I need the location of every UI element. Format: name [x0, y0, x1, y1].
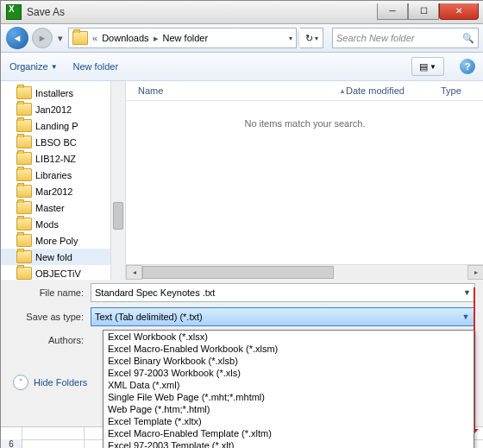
filename-dropdown-icon[interactable]: ▼ — [463, 288, 471, 297]
scroll-right-button[interactable]: ▸ — [467, 265, 483, 280]
folder-icon — [72, 31, 88, 45]
authors-label: Authors: — [9, 335, 84, 345]
tree-item-label: Mar2012 — [35, 186, 72, 197]
folder-icon — [16, 250, 32, 263]
refresh-button[interactable]: ↻▾ — [300, 28, 323, 48]
window-title: Save As — [27, 6, 377, 18]
folder-icon — [16, 168, 32, 181]
tree-item[interactable]: More Poly — [1, 232, 125, 249]
filetype-option[interactable]: Excel 97-2003 Template (*.xlt) — [104, 439, 474, 448]
tree-item-label: Jan2012 — [35, 104, 72, 115]
folder-icon — [16, 86, 32, 99]
filetype-option[interactable]: Excel Template (*.xltx) — [104, 415, 474, 427]
folder-icon — [16, 103, 32, 116]
crumb-downloads[interactable]: Downloads — [102, 33, 148, 43]
file-name-input[interactable]: Standard Spec Keynotes .txt ▼ — [91, 283, 475, 302]
tree-item[interactable]: Mar2012 — [1, 183, 125, 199]
tree-item[interactable]: LBSO BC — [1, 134, 125, 150]
save-as-type-value: Text (Tab delimited) (*.txt) — [95, 312, 203, 322]
filetype-option[interactable]: Excel Binary Workbook (*.xlsb) — [104, 355, 474, 367]
folder-icon — [16, 136, 32, 148]
tree-item-label: Mods — [35, 219, 59, 230]
col-date[interactable]: Date modified — [346, 85, 441, 96]
crumb-expand-icon[interactable]: ▾ — [289, 35, 292, 42]
folder-icon — [16, 201, 32, 214]
filetype-option[interactable]: XML Data (*.xml) — [104, 379, 474, 391]
row-header-6[interactable]: 6 — [1, 439, 22, 448]
tree-item[interactable]: Master — [1, 199, 125, 216]
hscroll-thumb[interactable] — [142, 266, 334, 279]
filetype-option[interactable]: Excel Macro-Enabled Template (*.xltm) — [104, 427, 474, 439]
crumb-newfolder[interactable]: New folder — [163, 33, 209, 43]
chevron-icon: « — [90, 33, 100, 43]
file-name-label: File name: — [9, 287, 84, 298]
nav-history-dropdown[interactable]: ▾ — [56, 33, 65, 44]
scroll-left-button[interactable]: ◂ — [126, 265, 142, 280]
tree-item-label: LIB12-NZ — [35, 154, 76, 164]
folder-icon — [16, 119, 32, 132]
filetype-option[interactable]: Web Page (*.htm;*.html) — [104, 403, 474, 415]
filetype-option[interactable]: Excel Workbook (*.xlsx) — [104, 331, 474, 343]
search-placeholder: Search New folder — [336, 33, 415, 43]
tree-item[interactable]: Landing P — [1, 117, 125, 134]
close-button[interactable]: ✕ — [439, 3, 479, 20]
column-headers[interactable]: Name ▲ Date modified Type — [126, 81, 483, 101]
tree-item[interactable]: OBJECTiV — [1, 265, 125, 280]
tree-item-label: LBSO BC — [35, 137, 77, 148]
new-folder-label: New folder — [73, 61, 119, 72]
new-folder-button[interactable]: New folder — [73, 61, 119, 72]
chevron-right-icon: ▸ — [151, 33, 161, 44]
folder-icon — [16, 234, 32, 247]
filetype-option[interactable]: Excel 97-2003 Workbook (*.xls) — [104, 367, 474, 379]
dropdown-icon: ▼ — [51, 63, 58, 71]
tree-item[interactable]: Mods — [1, 216, 125, 232]
folder-icon — [16, 152, 32, 165]
nav-forward-button[interactable]: ► — [32, 28, 53, 48]
save-as-type-label: Save as type: — [9, 312, 84, 322]
tree-item-label: Installers — [35, 88, 73, 98]
horizontal-scrollbar[interactable]: ◂ ▸ — [126, 264, 483, 280]
save-as-type-dropdown-list[interactable]: Excel Workbook (*.xlsx)Excel Macro-Enabl… — [103, 330, 474, 448]
scrollbar-thumb[interactable] — [113, 202, 123, 230]
tree-item-label: OBJECTiV — [35, 268, 81, 279]
sort-indicator-icon: ▲ — [339, 87, 346, 95]
help-icon[interactable]: ? — [460, 59, 475, 74]
nav-back-button[interactable]: ◄ — [6, 27, 28, 49]
view-options-button[interactable]: ▤ ▼ — [411, 57, 444, 76]
tree-item-label: New fold — [35, 252, 72, 262]
tree-item[interactable]: Installers — [1, 85, 125, 101]
tree-item[interactable]: LIB12-NZ — [1, 150, 125, 167]
save-as-type-combo[interactable]: Text (Tab delimited) (*.txt) ▼ — [91, 307, 475, 326]
folder-icon — [16, 267, 32, 280]
combo-dropdown-icon[interactable]: ▼ — [459, 310, 473, 324]
collapse-icon: ˄ — [13, 375, 28, 390]
tree-item[interactable]: New fold — [1, 249, 125, 265]
maximize-button[interactable]: ☐ — [408, 3, 439, 20]
tree-item[interactable]: Libraries — [1, 167, 125, 183]
tree-item-label: Libraries — [35, 170, 72, 180]
folder-icon — [16, 185, 32, 198]
tree-item[interactable]: Jan2012 — [1, 101, 125, 117]
search-icon: 🔍 — [462, 33, 474, 44]
filetype-option[interactable]: Single File Web Page (*.mht;*.mhtml) — [104, 391, 474, 403]
tree-item-label: Master — [35, 203, 65, 213]
folder-icon — [16, 218, 32, 230]
tree-scrollbar[interactable] — [110, 81, 125, 280]
minimize-button[interactable]: ─ — [377, 3, 408, 20]
tree-item-label: More Poly — [35, 236, 78, 246]
col-type[interactable]: Type — [441, 85, 483, 96]
search-input[interactable]: Search New folder 🔍 — [332, 28, 479, 48]
tree-item-label: Landing P — [35, 121, 78, 131]
excel-app-icon — [6, 4, 22, 20]
file-name-value: Standard Spec Keynotes .txt — [95, 287, 215, 298]
organize-label: Organize — [9, 61, 48, 72]
address-breadcrumb[interactable]: « Downloads ▸ New folder ▾ — [68, 28, 297, 48]
filetype-option[interactable]: Excel Macro-Enabled Workbook (*.xlsm) — [104, 343, 474, 355]
folder-tree[interactable]: InstallersJan2012Landing PLBSO BCLIB12-N… — [1, 81, 126, 280]
col-name[interactable]: Name — [138, 85, 339, 96]
organize-menu[interactable]: Organize ▼ — [9, 61, 58, 72]
hide-folders-label: Hide Folders — [34, 377, 87, 388]
empty-message: No items match your search. — [126, 101, 483, 264]
